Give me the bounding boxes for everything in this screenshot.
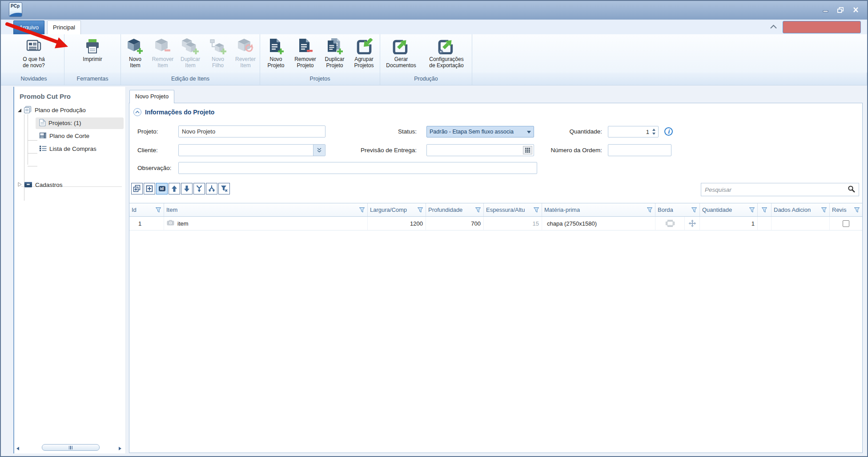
tree-item-projetos[interactable]: Projetos: (1): [14, 117, 125, 129]
filter-icon[interactable]: [475, 207, 481, 213]
filter-icon[interactable]: [749, 207, 755, 213]
numero-ordem-input[interactable]: [608, 144, 671, 156]
minimize-button[interactable]: [821, 6, 830, 13]
tree-item-plano-producao[interactable]: Plano de Produção: [14, 104, 125, 117]
remove-project-button[interactable]: Remover Projeto: [291, 36, 320, 72]
whats-new-button[interactable]: O que há de novo?: [7, 36, 61, 72]
duplicate-item-button[interactable]: Duplicar Item: [177, 36, 204, 72]
cell-move-handle[interactable]: [685, 217, 700, 230]
restore-button[interactable]: [836, 6, 845, 13]
column-header-id[interactable]: Id: [129, 203, 164, 216]
expander-closed-icon[interactable]: [18, 182, 22, 188]
spinner-arrows-icon[interactable]: [652, 128, 656, 135]
duplicate-project-button[interactable]: Duplicar Projeto: [320, 36, 350, 72]
child-cube-plus-icon: [209, 37, 227, 56]
project-panel: Informações do Projeto Projeto: Novo Pro…: [129, 103, 863, 453]
ribbon-group-projetos: Novo Projeto Remover Projeto: [260, 34, 380, 73]
generate-documents-button[interactable]: Gerar Documentos: [381, 36, 422, 72]
ribbon-tab-row: Arquivo Principal: [1, 20, 867, 34]
column-header-revisado[interactable]: Revis: [830, 203, 862, 216]
tab-novo-projeto[interactable]: Novo Projeto: [129, 90, 174, 103]
split-button[interactable]: [206, 183, 217, 194]
show-id-toggle[interactable]: Id: [156, 183, 168, 194]
tree-item-plano-corte[interactable]: Plano de Corte: [14, 129, 125, 142]
cell-borda[interactable]: [655, 217, 685, 230]
expander-open-icon[interactable]: [18, 109, 21, 112]
table-row[interactable]: 1 item 1200 700: [129, 217, 862, 231]
new-child-button[interactable]: Novo Filho: [204, 36, 232, 72]
filter-icon[interactable]: [359, 207, 365, 213]
tree-item-label: Cadastros: [35, 182, 63, 188]
revisado-checkbox[interactable]: [843, 220, 849, 227]
filter-icon[interactable]: [762, 207, 768, 213]
previsao-input[interactable]: [426, 144, 534, 156]
scroll-right-icon[interactable]: [118, 445, 122, 452]
revert-item-button[interactable]: Reverter Item: [232, 36, 259, 72]
scrollbar-thumb[interactable]: [42, 444, 100, 451]
collapse-section-icon[interactable]: [133, 108, 141, 116]
remove-item-button[interactable]: Remover Item: [149, 36, 177, 72]
projeto-input[interactable]: Novo Projeto: [178, 125, 326, 138]
cell-dados-adicionais[interactable]: [772, 217, 830, 230]
split-icon: [208, 185, 216, 193]
filter-icon[interactable]: [418, 207, 423, 213]
print-button[interactable]: Imprimir: [66, 36, 119, 72]
filter-icon[interactable]: [821, 207, 827, 213]
close-button[interactable]: [851, 6, 860, 13]
cliente-label: Cliente:: [137, 144, 158, 157]
double-chevron-down-icon[interactable]: [313, 145, 325, 156]
documents-plus-icon: [326, 37, 344, 56]
filter-icon[interactable]: [647, 207, 653, 213]
clear-filter-button[interactable]: [218, 183, 230, 194]
cell-id: 1: [129, 217, 164, 230]
new-item-button[interactable]: Novo Item: [121, 36, 149, 72]
status-dropdown[interactable]: Padrão - Etapa Sem fluxo associa: [426, 126, 534, 138]
duplicate-row-button[interactable]: [131, 183, 143, 194]
column-header-quantidade[interactable]: Quantidade: [700, 203, 758, 216]
date-picker-icon[interactable]: [523, 146, 532, 154]
add-row-button[interactable]: [144, 183, 155, 194]
tab-principal[interactable]: Principal: [47, 20, 81, 34]
tree-item-cadastros[interactable]: Cadastros: [14, 178, 125, 191]
filter-icon[interactable]: [156, 207, 161, 213]
info-icon[interactable]: i: [664, 127, 673, 136]
collapse-ribbon-icon[interactable]: [770, 24, 777, 30]
group-label-novidades: Novidades: [4, 73, 64, 85]
box-arrow-out-icon: [392, 37, 410, 56]
merge-button[interactable]: [193, 183, 205, 194]
cell-largura: 1200: [368, 217, 426, 230]
tab-arquivo[interactable]: Arquivo: [13, 20, 44, 34]
column-header-extra[interactable]: [758, 203, 772, 216]
search-input[interactable]: Pesquisar: [701, 183, 859, 196]
app-icon[interactable]: PCp: [9, 2, 22, 17]
column-header-item[interactable]: Item: [164, 203, 368, 216]
column-header-profundidade[interactable]: Profundidade: [426, 203, 484, 216]
search-icon[interactable]: [848, 185, 855, 194]
observacao-input[interactable]: [178, 162, 537, 174]
group-projects-button[interactable]: Agrupar Projetos: [350, 36, 379, 72]
app-window: PCp Arquivo Principal: [0, 0, 868, 457]
filter-icon[interactable]: [691, 207, 697, 213]
filter-icon[interactable]: [854, 207, 860, 213]
column-header-dados-adicionais[interactable]: Dados Adicion: [772, 203, 830, 216]
export-settings-button[interactable]: Configurações de Exportação: [422, 36, 471, 72]
chevron-down-icon: [527, 129, 531, 135]
cell-item[interactable]: item: [164, 217, 368, 230]
content-area: Promob Cut Pro: [1, 85, 867, 456]
section-header: Informações do Projeto: [133, 108, 214, 116]
tree-item-lista-compras[interactable]: Lista de Compras: [14, 142, 125, 155]
column-header-borda[interactable]: Borda: [655, 203, 700, 216]
cliente-combo[interactable]: [178, 144, 326, 156]
column-header-materia-prima[interactable]: Matéria-prima: [542, 203, 655, 216]
filter-icon[interactable]: [534, 207, 539, 213]
quantidade-stepper[interactable]: 1: [608, 126, 659, 138]
redacted-license-area: [783, 21, 861, 33]
new-project-button[interactable]: Novo Projeto: [261, 36, 291, 72]
move-up-button[interactable]: [169, 183, 180, 194]
sidebar-horizontal-scrollbar[interactable]: [15, 444, 123, 451]
scroll-left-icon[interactable]: [16, 445, 20, 452]
column-header-espessura[interactable]: Espessura/Altu: [484, 203, 542, 216]
column-header-largura[interactable]: Largura/Comp: [368, 203, 426, 216]
move-down-button[interactable]: [181, 183, 193, 194]
observacao-label: Observação:: [137, 162, 172, 174]
